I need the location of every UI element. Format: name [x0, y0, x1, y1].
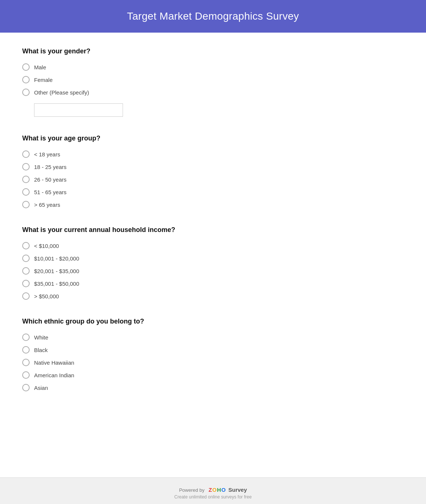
ethnicity-option-black[interactable]: Black	[22, 346, 404, 354]
radio-circle	[22, 267, 30, 275]
age-option-26-50[interactable]: 26 - 50 years	[22, 176, 404, 183]
question-ethnicity-title: Which ethnic group do you belong to?	[22, 318, 404, 325]
zoho-o2: O	[222, 487, 226, 493]
income-label-over50k: > $50,000	[34, 293, 59, 299]
zoho-h: H	[217, 487, 221, 493]
ethnicity-option-american-indian[interactable]: American Indian	[22, 371, 404, 379]
zoho-o: O	[212, 487, 217, 493]
age-label-51-65: 51 - 65 years	[34, 189, 67, 195]
gender-specify-input[interactable]	[34, 103, 123, 117]
gender-label-other: Other (Please specify)	[34, 89, 89, 96]
radio-circle	[22, 346, 30, 354]
gender-radio-group: Male Female Other (Please specify)	[22, 63, 404, 117]
age-label-26-50: 26 - 50 years	[34, 176, 67, 183]
radio-circle	[22, 63, 30, 71]
ethnicity-option-white[interactable]: White	[22, 334, 404, 341]
radio-circle	[22, 89, 30, 96]
page-footer: Powered by ZOHO Survey Create unlimited …	[0, 477, 426, 504]
age-option-over65[interactable]: > 65 years	[22, 201, 404, 208]
income-option-35k-50k[interactable]: $35,001 - $50,000	[22, 280, 404, 287]
gender-option-other[interactable]: Other (Please specify)	[22, 89, 404, 96]
question-gender: What is your gender? Male Female Other (…	[22, 47, 404, 117]
age-option-51-65[interactable]: 51 - 65 years	[22, 188, 404, 196]
ethnicity-label-white: White	[34, 334, 48, 341]
income-label-10k-20k: $10,001 - $20,000	[34, 255, 79, 262]
age-option-under18[interactable]: < 18 years	[22, 150, 404, 158]
income-label-20k-35k: $20,001 - $35,000	[34, 268, 79, 274]
radio-circle	[22, 255, 30, 262]
radio-circle	[22, 359, 30, 366]
question-age-title: What is your age group?	[22, 135, 404, 142]
ethnicity-label-asian: Asian	[34, 385, 48, 391]
income-option-under10k[interactable]: < $10,000	[22, 242, 404, 249]
radio-circle	[22, 242, 30, 249]
radio-circle	[22, 76, 30, 83]
radio-circle	[22, 163, 30, 170]
zoho-logo: ZOHO	[209, 487, 226, 493]
ethnicity-label-american-indian: American Indian	[34, 372, 74, 378]
question-income: What is your current annual household in…	[22, 226, 404, 300]
radio-circle	[22, 176, 30, 183]
age-radio-group: < 18 years 18 - 25 years 26 - 50 years 5…	[22, 150, 404, 208]
question-ethnicity: Which ethnic group do you belong to? Whi…	[22, 318, 404, 391]
gender-option-male[interactable]: Male	[22, 63, 404, 71]
ethnicity-label-native-hawaiian: Native Hawaiian	[34, 359, 74, 366]
radio-circle	[22, 371, 30, 379]
radio-circle	[22, 292, 30, 300]
radio-circle	[22, 384, 30, 391]
question-gender-title: What is your gender?	[22, 47, 404, 55]
gender-label-male: Male	[34, 64, 46, 70]
question-age: What is your age group? < 18 years 18 - …	[22, 135, 404, 208]
ethnicity-option-native-hawaiian[interactable]: Native Hawaiian	[22, 359, 404, 366]
age-label-under18: < 18 years	[34, 151, 60, 158]
question-income-title: What is your current annual household in…	[22, 226, 404, 234]
ethnicity-label-black: Black	[34, 347, 48, 353]
income-option-20k-35k[interactable]: $20,001 - $35,000	[22, 267, 404, 275]
age-label-over65: > 65 years	[34, 202, 60, 208]
gender-option-female[interactable]: Female	[22, 76, 404, 83]
income-option-10k-20k[interactable]: $10,001 - $20,000	[22, 255, 404, 262]
survey-title: Target Market Demographics Survey	[7, 10, 419, 22]
income-label-under10k: < $10,000	[34, 243, 59, 249]
footer-tagline: Create unlimited online surveys for free	[7, 494, 419, 500]
age-label-18-25: 18 - 25 years	[34, 164, 67, 170]
powered-by-text: Powered by	[179, 487, 204, 493]
gender-label-female: Female	[34, 77, 53, 83]
ethnicity-option-asian[interactable]: Asian	[22, 384, 404, 391]
powered-by-line: Powered by ZOHO Survey	[7, 487, 419, 493]
radio-circle	[22, 188, 30, 196]
age-option-18-25[interactable]: 18 - 25 years	[22, 163, 404, 170]
zoho-z: Z	[209, 487, 212, 493]
radio-circle	[22, 280, 30, 287]
radio-circle	[22, 201, 30, 208]
ethnicity-radio-group: White Black Native Hawaiian American Ind…	[22, 334, 404, 391]
survey-label: Survey	[229, 487, 247, 493]
survey-content: What is your gender? Male Female Other (…	[0, 33, 426, 477]
income-label-35k-50k: $35,001 - $50,000	[34, 281, 79, 287]
income-radio-group: < $10,000 $10,001 - $20,000 $20,001 - $3…	[22, 242, 404, 300]
survey-header: Target Market Demographics Survey	[0, 0, 426, 33]
income-option-over50k[interactable]: > $50,000	[22, 292, 404, 300]
radio-circle	[22, 334, 30, 341]
radio-circle	[22, 150, 30, 158]
